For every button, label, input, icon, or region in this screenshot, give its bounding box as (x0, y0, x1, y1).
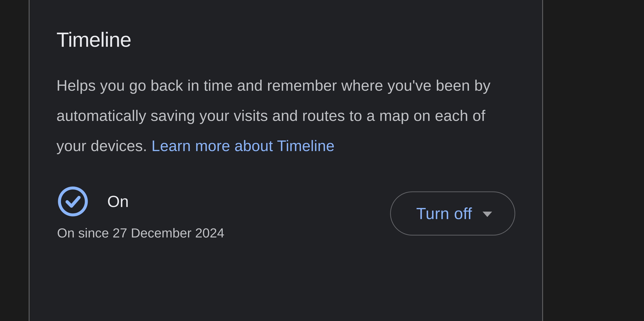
section-description: Helps you go back in time and remember w… (56, 71, 515, 161)
status-since-text: On since 27 December 2024 (57, 225, 224, 241)
learn-more-link[interactable]: Learn more about Timeline (152, 137, 334, 154)
section-title: Timeline (56, 28, 515, 51)
status-label: On (107, 192, 129, 211)
chevron-down-icon (482, 212, 492, 217)
turn-off-button-label: Turn off (416, 204, 472, 223)
timeline-settings-card: Timeline Helps you go back in time and r… (30, 0, 542, 321)
status-on-check-icon (58, 186, 88, 216)
turn-off-button[interactable]: Turn off (390, 191, 515, 235)
